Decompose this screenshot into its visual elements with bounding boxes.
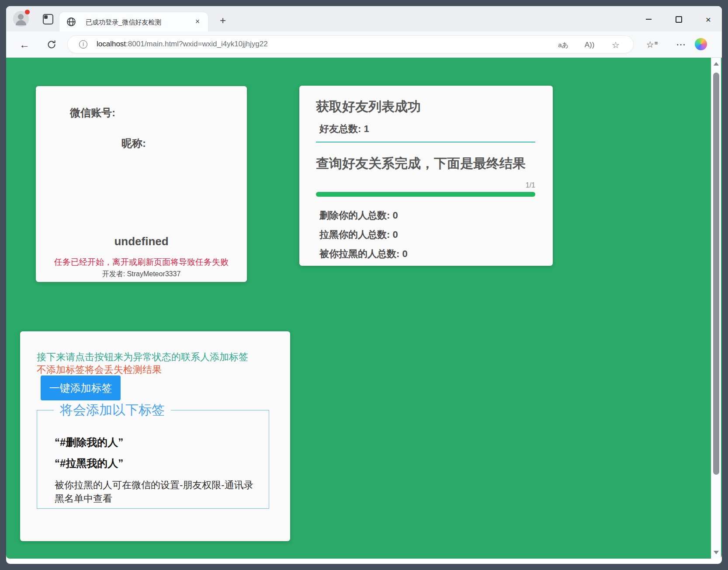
tab-actions-menu-icon[interactable] (43, 14, 53, 24)
wechat-account-label: 微信账号: (70, 106, 115, 120)
scroll-up-arrow-icon[interactable] (714, 62, 719, 66)
new-tab-button[interactable]: + (217, 15, 229, 27)
add-favorite-star-icon[interactable]: ☆ (610, 39, 622, 51)
avatar-person-icon (16, 20, 26, 25)
nickname-label: 昵称: (121, 136, 146, 150)
minimize-icon (646, 19, 652, 20)
tag-instruction-text: 接下来请点击按钮来为异常状态的联系人添加标签 (37, 351, 248, 364)
friend-total-text: 好友总数: 1 (319, 122, 369, 136)
translate-icon[interactable]: aあ (557, 39, 569, 51)
progress-bar (316, 192, 535, 197)
tags-legend: 将会添加以下标签 (54, 401, 171, 419)
blacklist-note: 被你拉黑的人可在微信的设置-朋友权限-通讯录 黑名单中查看 (55, 478, 253, 505)
account-card: 微信账号: 昵称: undefined 任务已经开始，离开或刷新页面将导致任务失… (36, 86, 247, 282)
copilot-icon[interactable] (695, 38, 707, 50)
navigation-bar: ← i localhost:8001/main.html?wxid=wxid_i… (6, 31, 722, 58)
url-path: :8001/main.html?wxid=wxid_i4yk10jjhjyg22 (126, 40, 268, 48)
task-warning-text: 任务已经开始，离开或刷新页面将导致任务失败 (36, 257, 247, 268)
result-card: 获取好友列表成功 好友总数: 1 查询好友关系完成，下面是最终结果 1/1 删除… (299, 86, 553, 266)
tag-card: 接下来请点击按钮来为异常状态的联系人添加标签 不添加标签将会丢失检测结果 一键添… (20, 331, 290, 541)
window-maximize-button[interactable] (672, 13, 685, 25)
avatar-person-icon (18, 14, 24, 20)
settings-more-icon[interactable]: ⋯ (674, 38, 688, 52)
nickname-value: undefined (36, 235, 247, 248)
close-icon: × (706, 15, 711, 24)
tag-delete-label: “#删除我的人” (55, 435, 123, 449)
window-close-button[interactable]: × (702, 13, 715, 25)
page-scrollbar[interactable] (711, 58, 721, 559)
address-bar[interactable]: i localhost:8001/main.html?wxid=wxid_i4y… (67, 35, 634, 53)
maximize-icon (676, 16, 682, 23)
profile-avatar[interactable] (13, 11, 29, 27)
url-host: localhost (97, 40, 126, 48)
window-minimize-button[interactable] (642, 13, 655, 25)
scroll-down-arrow-icon[interactable] (714, 551, 719, 554)
tab-close-button[interactable]: × (192, 17, 203, 27)
globe-icon (66, 17, 76, 27)
blacklist-note-line2: 黑名单中查看 (55, 492, 253, 505)
you-blocked-count-text: 被你拉黑的人总数: 0 (319, 247, 408, 261)
browser-window: 已成功登录_微信好友检测 × + × ← i localhost:8001/ma… (6, 6, 722, 564)
url-text: localhost:8001/main.html?wxid=wxid_i4yk1… (97, 40, 268, 49)
refresh-button[interactable] (45, 38, 59, 52)
teal-divider (316, 142, 535, 142)
favorites-bar-icon[interactable]: ☆≡ (645, 38, 659, 52)
fetch-success-title: 获取好友列表成功 (316, 98, 421, 116)
favorites-star: ☆ (646, 39, 654, 50)
blocked-you-count-text: 拉黑你的人总数: 0 (319, 228, 398, 241)
site-info-icon[interactable]: i (79, 40, 87, 49)
read-aloud-icon[interactable]: A)) (583, 39, 596, 51)
favorites-lines: ≡ (655, 40, 658, 46)
tag-block-label: “#拉黑我的人” (55, 456, 123, 470)
query-done-title: 查询好友关系完成，下面是最终结果 (316, 155, 526, 173)
title-bar: 已成功登录_微信好友检测 × + × (6, 6, 722, 31)
tab-title: 已成功登录_微信好友检测 (86, 18, 161, 27)
page-content: 微信账号: 昵称: undefined 任务已经开始，离开或刷新页面将导致任务失… (6, 58, 722, 559)
scrollbar-thumb[interactable] (713, 73, 719, 475)
browser-tab[interactable]: 已成功登录_微信好友检测 × (59, 12, 208, 31)
back-button[interactable]: ← (17, 38, 31, 52)
add-tags-button[interactable]: 一键添加标签 (41, 375, 121, 400)
deleted-count-text: 删除你的人总数: 0 (319, 209, 398, 222)
notification-dot (25, 10, 30, 14)
progress-fraction: 1/1 (526, 181, 535, 189)
developer-credit: 开发者: StrayMeteor3337 (36, 270, 247, 279)
blacklist-note-line1: 被你拉黑的人可在微信的设置-朋友权限-通讯录 (55, 478, 253, 492)
tag-warning-text: 不添加标签将会丢失检测结果 (37, 363, 162, 376)
